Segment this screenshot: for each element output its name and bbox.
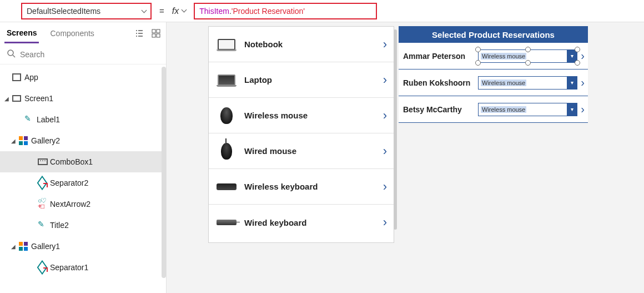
tree-view-pane: Screens Components App ◢ [0,22,167,293]
product-name: Wired keyboard [244,218,383,227]
equals-sign: = [159,6,164,16]
nextarrow-icon [38,200,47,208]
chevron-right-icon[interactable]: › [383,108,387,123]
grid-view-icon[interactable] [150,28,162,39]
formula-input[interactable]: ThisItem.'Product Reservation' [194,3,377,19]
tree-label: Gallery2 [31,136,60,145]
reservation-person: Betsy McCarthy [403,105,478,114]
combobox-selected-value: Wireless mouse [481,106,526,113]
tab-screens[interactable]: Screens [4,24,39,43]
combobox-icon [38,158,48,165]
tree-label: Separator1 [50,263,88,272]
resize-handle[interactable] [575,47,580,52]
product-item[interactable]: Wireless mouse› [209,98,394,133]
tree-node-label1[interactable]: Label1 [0,109,166,130]
tree-node-screen1[interactable]: ◢ Screen1 [0,88,166,109]
tree-node-title2[interactable]: Title2 [0,215,166,236]
product-item[interactable]: Laptop› [209,62,394,98]
resize-handle[interactable] [525,60,531,66]
property-dropdown[interactable]: DefaultSelectedItems [21,3,152,19]
reservation-item: Betsy McCarthyWireless mouse▾› [399,96,588,123]
svg-rect-1 [157,29,160,33]
resize-handle[interactable] [475,47,481,52]
canvas[interactable]: Notebook›Laptop›Wireless mouse›Wired mou… [167,22,644,293]
tree-label: Gallery1 [31,242,60,251]
product-image [215,69,238,91]
tree-scrollbar[interactable] [162,67,166,278]
formula-bar-remainder[interactable] [377,3,640,19]
reservation-person: Ammar Peterson [403,52,478,61]
combobox-selected-value: Wireless mouse [481,53,526,59]
tree-node-gallery2[interactable]: ◢ Gallery2 [0,130,166,151]
property-name: DefaultSelectedItems [27,7,100,16]
tree-view-options-icon[interactable] [134,28,145,39]
screen-icon [12,95,21,102]
tree-node-separator2[interactable]: Separator2 [0,172,166,193]
chevron-right-icon[interactable]: › [581,76,585,89]
tree-node-gallery1[interactable]: ◢ Gallery1 [0,236,166,257]
label-icon [38,221,47,230]
product-name: Wireless keyboard [244,182,383,191]
gallery-icon [19,242,28,251]
tree-search [0,44,166,64]
tree-node-nextarrow2[interactable]: NextArrow2 [0,193,166,215]
product-name: Wired mouse [244,146,383,156]
combobox-selected-value: Wireless mouse [481,80,526,86]
chevron-right-icon[interactable]: › [581,103,585,116]
tree-tabs: Screens Components [0,22,166,44]
fx-label: fx [172,6,179,16]
tree-label: NextArrow2 [50,200,90,208]
reservations-header: Selected Product Reservations [399,26,588,43]
tree-node-combobox1[interactable]: ComboBox1 [0,151,166,172]
reservation-person: Ruben Kokshoorn [403,78,478,87]
svg-rect-3 [157,34,160,37]
reservation-combobox[interactable]: Wireless mouse▾ [478,103,577,116]
product-item[interactable]: Wired mouse› [209,133,394,169]
formula-bar: DefaultSelectedItems = fx ThisItem.'Prod… [0,0,644,22]
chevron-right-icon[interactable]: › [383,215,387,230]
product-name: Notebook [244,39,383,49]
product-image [215,140,238,162]
tree-view: App ◢ Screen1 Label1 ◢ Gallery2 ComboBox… [0,64,166,293]
tree-label: Label1 [37,115,60,124]
chevron-right-icon[interactable]: › [581,49,585,62]
reservation-combobox[interactable]: Wireless mouse▾ [478,76,577,90]
chevron-right-icon[interactable]: › [383,37,387,52]
resize-handle[interactable] [475,60,481,66]
product-item[interactable]: Wired keyboard› [209,205,394,240]
search-input[interactable] [20,50,159,59]
tree-node-separator1[interactable]: Separator1 [0,257,166,278]
tree-label: ComboBox1 [50,157,93,166]
resize-handle[interactable] [525,47,531,52]
resize-handle[interactable] [575,60,580,66]
tree-label: Separator2 [50,178,88,187]
label-icon [24,115,33,124]
tree-node-app[interactable]: App [0,67,166,88]
chevron-down-icon[interactable]: ▾ [567,77,577,89]
formula-token-field: 'Product Reservation' [232,7,305,16]
chevron-down-icon[interactable]: ▾ [567,103,577,116]
gallery1-products[interactable]: Notebook›Laptop›Wireless mouse›Wired mou… [208,26,394,243]
app-icon [12,73,21,81]
chevron-right-icon[interactable]: › [383,180,387,194]
separator-icon [38,178,47,187]
reservation-item: Ruben KokshoornWireless mouse▾› [399,69,588,96]
formula-token-thisitem: ThisItem [199,7,229,16]
product-item[interactable]: Wireless keyboard› [209,169,394,205]
product-name: Laptop [244,75,383,85]
tab-components[interactable]: Components [48,24,96,42]
tree-label: Screen1 [24,94,53,103]
separator-icon [38,263,47,272]
reservation-combobox[interactable]: Wireless mouse▾ [478,49,577,63]
product-image [215,176,238,198]
product-name: Wireless mouse [244,111,383,120]
search-icon [7,49,16,59]
product-item[interactable]: Notebook› [209,27,394,62]
canvas-content: Notebook›Laptop›Wireless mouse›Wired mou… [208,26,588,243]
chevron-right-icon[interactable]: › [383,144,387,158]
svg-rect-2 [152,34,155,37]
product-image [215,105,238,127]
gallery-icon [19,136,28,145]
chevron-right-icon[interactable]: › [383,73,387,87]
fx-button[interactable]: fx [172,6,186,16]
